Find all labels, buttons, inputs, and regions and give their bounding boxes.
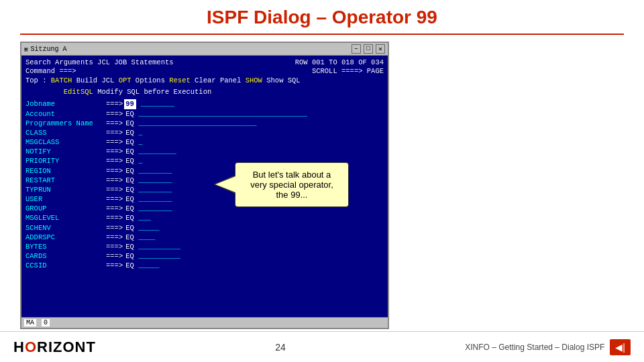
field-eq: EQ [125,185,134,194]
field-underline: ________ [134,185,172,194]
field-underline: ____ [134,233,156,242]
table-row: CLASS ===> EQ _ [25,128,384,137]
field-eq: EQ [125,109,134,119]
field-name-typrun: TYPRUN [25,185,106,194]
table-row: Jobname ===> 99 ________ [25,99,384,109]
header-left: Search Arguments JCL JOB Statements [25,58,174,66]
footer-logo: HORIZONT [13,339,96,356]
field-arrow: ===> [106,251,123,261]
field-name-bytes: BYTES [25,242,106,251]
terminal-statusbar: MA 0 [21,317,388,328]
field-underline: ________ [134,166,172,176]
field-name-cards: CARDS [25,251,106,261]
field-arrow: ===> [106,261,123,270]
field-eq: EQ [125,223,134,233]
field-name-msglevel: MSGLEVEL [25,213,106,223]
field-eq: EQ [125,156,134,166]
terminal-title: Sitzung A [30,46,352,53]
footer-xinfo-text: XINFO – Getting Started – Dialog ISPF [465,343,604,352]
field-eq: EQ [125,137,134,147]
footer-page-number: 24 [96,342,465,353]
table-row: MSGCLASS ===> EQ _ [25,137,384,147]
field-underline: ________ [136,99,174,109]
field-arrow: ===> [106,213,123,223]
field-arrow: ===> [106,185,123,194]
field-arrow: ===> [106,166,123,176]
field-name-msgclass: MSGCLASS [25,137,106,147]
field-eq: EQ [125,128,134,137]
command-label: Command ===> [25,67,76,75]
table-row: Account ===> EQ ________________________… [25,109,384,119]
field-underline: _____ [134,261,160,270]
field-arrow: ===> [106,99,123,109]
field-underline: __________ [134,251,180,261]
table-row: BYTES ===> EQ __________ [25,242,384,251]
callout-container: But let's talk about a very special oper… [235,162,349,207]
field-name-class: CLASS [25,128,106,137]
field-eq: EQ [125,176,134,185]
terminal-cmd-scroll-row: Command ===> SCROLL ====> PAGE [25,67,384,75]
field-underline: _ [134,156,143,166]
field-underline: _____ [134,223,160,233]
field-underline: _ [134,137,143,147]
field-underline: ________ [134,194,172,204]
close-button[interactable]: ✕ [376,44,385,54]
field-underline: _________ [134,147,176,156]
minimize-button[interactable]: – [352,44,361,54]
terminal-wrapper: ▣ Sitzung A – □ ✕ Search Arguments JCL J… [20,42,624,337]
field-arrow: ===> [106,194,123,204]
field-underline: __________ [134,242,180,251]
table-row: ADDRSPC ===> EQ ____ [25,233,384,242]
callout-arrow [215,176,235,192]
terminal-icon: ▣ [24,46,28,53]
field-arrow: ===> [106,147,123,156]
field-name-restart: RESTART [25,176,106,185]
field-name-user: USER [25,194,106,204]
field-eq: EQ [125,194,134,204]
field-name-notify: NOTIFY [25,147,106,156]
table-row: CCSID ===> EQ _____ [25,261,384,270]
main-content: ▣ Sitzung A – □ ✕ Search Arguments JCL J… [0,35,644,337]
status-zero: 0 [42,319,50,326]
table-row: Programmers Name ===> EQ _______________… [25,119,384,128]
field-underline: ___ [134,213,151,223]
table-row: CARDS ===> EQ __________ [25,251,384,261]
footer-nav-button[interactable]: ◀| [610,339,631,355]
field-eq: EQ [125,233,134,242]
field-arrow: ===> [106,233,123,242]
field-underline: ____________________________ [134,119,257,128]
field-name-jobname: Jobname [25,99,106,109]
menu-line-1: Top : BATCH Build JCL OPT Options Reset … [25,76,384,86]
field-arrow: ===> [106,119,123,128]
field-underline: ________ [134,204,172,213]
field-name-ccsid: CCSID [25,261,106,270]
field-arrow: ===> [106,156,123,166]
terminal-titlebar: ▣ Sitzung A – □ ✕ [21,43,388,56]
footer-right: XINFO – Getting Started – Dialog ISPF ◀| [465,339,631,355]
footer: HORIZONT 24 XINFO – Getting Started – Di… [0,331,644,362]
callout-bubble: But let's talk about a very special oper… [235,162,349,207]
maximize-button[interactable]: □ [364,44,373,54]
table-row: NOTIFY ===> EQ _________ [25,147,384,156]
field-arrow: ===> [106,242,123,251]
field-arrow: ===> [106,137,123,147]
header-right: ROW 001 TO 018 OF 034 [295,58,384,66]
field-arrow: ===> [106,204,123,213]
field-eq: EQ [125,119,134,128]
field-eq: EQ [125,251,134,261]
page-title: ISPF Dialog – Operator 99 [20,0,624,35]
field-eq: EQ [125,147,134,156]
field-underline: ________ [134,176,172,185]
field-eq: EQ [125,242,134,251]
field-name-region: REGION [25,166,106,176]
field-underline: ________________________________________ [134,109,307,119]
logo-rest: RIZONT [37,339,96,355]
logo-h: H [13,339,25,355]
terminal-header-row: Search Arguments JCL JOB Statements ROW … [25,58,384,66]
scroll-label: SCROLL ====> PAGE [312,67,384,75]
table-row: MSGLEVEL ===> EQ ___ [25,213,384,223]
field-name-group: GROUP [25,204,106,213]
callout-text: But let's talk about a very special oper… [250,170,333,200]
field-value-99: 99 [124,99,136,109]
terminal-controls: – □ ✕ [352,44,385,54]
